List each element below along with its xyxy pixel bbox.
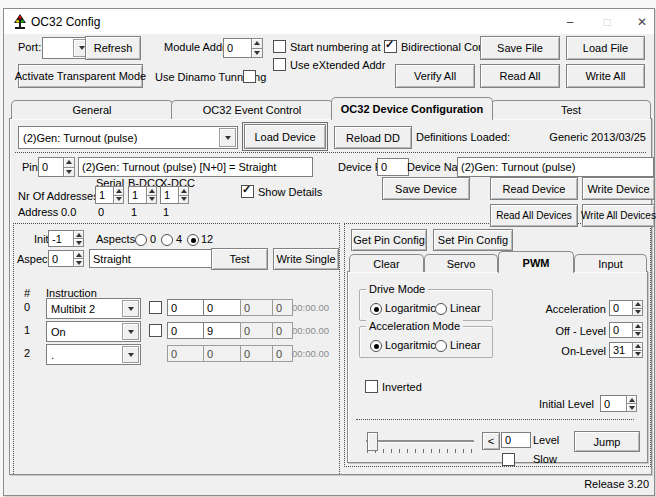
tab-test[interactable]: Test (491, 100, 651, 119)
level-back-button[interactable]: < (482, 432, 500, 450)
accel-logaritmic-label: Logaritmic (385, 339, 436, 351)
pin-label: Pin (22, 161, 38, 173)
spinner-down-icon[interactable] (73, 258, 84, 267)
get-pin-config-button[interactable]: Get Pin Config (351, 229, 427, 251)
write-all-devices-button[interactable]: Write All Devices (582, 204, 655, 227)
initial-level-stepper[interactable] (626, 395, 637, 412)
aspects-12-radio[interactable] (187, 234, 199, 246)
instruction-param2[interactable]: 9 (203, 322, 241, 339)
refresh-button[interactable]: Refresh (85, 36, 141, 60)
activate-transparent-button[interactable]: Activate Transparent Mode (18, 64, 143, 88)
save-device-button[interactable]: Save Device (382, 177, 470, 200)
show-details-checkbox[interactable]: ✓ (241, 185, 254, 198)
load-device-button[interactable]: Load Device (244, 124, 326, 149)
instruction-row-num: 2 (24, 347, 30, 359)
pin-field[interactable]: 0 (38, 157, 66, 177)
instruction-select[interactable]: . (46, 344, 141, 365)
write-single-button[interactable]: Write Single (273, 248, 339, 270)
level-slider-track[interactable] (366, 440, 474, 442)
accel-linear-radio[interactable] (435, 340, 447, 352)
write-device-button[interactable]: Write Device (582, 177, 655, 200)
instruction-checkbox[interactable] (149, 324, 162, 337)
serial-count-stepper[interactable] (113, 186, 124, 204)
dropdown-arrow-icon[interactable] (122, 300, 139, 317)
acceleration-stepper[interactable] (632, 300, 643, 316)
instruction-param1[interactable]: 0 (167, 299, 205, 316)
aspect-name-field[interactable]: Straight (89, 249, 217, 268)
level-field[interactable]: 0 (501, 432, 531, 448)
init-stepper[interactable] (73, 230, 84, 247)
test-button[interactable]: Test (211, 248, 268, 270)
instruction-checkbox[interactable] (149, 301, 162, 314)
start-numbering-checkbox[interactable] (273, 40, 286, 53)
initial-level-field[interactable]: 0 (600, 395, 629, 412)
device-pin-field[interactable]: 0 (377, 158, 409, 176)
aspect-field[interactable]: 0 (48, 250, 76, 267)
maximize-button[interactable]: □ (592, 12, 622, 31)
off-level-stepper[interactable] (632, 322, 643, 338)
aspect-stepper[interactable] (73, 250, 84, 267)
minimize-button[interactable]: – (555, 12, 585, 31)
module-address-stepper[interactable] (251, 38, 263, 58)
level-slider-handle[interactable] (367, 432, 378, 451)
read-all-button[interactable]: Read All (480, 64, 560, 88)
use-extended-checkbox[interactable] (273, 58, 286, 71)
drive-linear-radio[interactable] (435, 303, 447, 315)
spinner-down-icon[interactable] (251, 48, 263, 59)
spinner-down-icon[interactable] (146, 195, 157, 205)
read-device-button[interactable]: Read Device (490, 177, 578, 200)
spinner-down-icon[interactable] (113, 195, 124, 205)
close-button[interactable]: ✕ (627, 12, 656, 31)
verify-all-button[interactable]: Verify All (395, 64, 475, 88)
tab-general[interactable]: General (11, 100, 173, 119)
tab-event-control[interactable]: OC32 Event Control (171, 100, 333, 119)
tab-clear[interactable]: Clear (349, 254, 424, 272)
pin-stepper[interactable] (63, 157, 75, 177)
set-pin-config-button[interactable]: Set Pin Config (433, 229, 513, 251)
instruction-param1[interactable]: 0 (167, 322, 205, 339)
init-field[interactable]: -1 (48, 230, 76, 247)
spinner-down-icon[interactable] (632, 308, 643, 317)
title-bar[interactable]: OC32 Config – □ ✕ (4, 9, 654, 34)
device-type-select[interactable]: (2)Gen: Turnout (pulse) (18, 126, 238, 149)
spinner-down-icon[interactable] (63, 167, 75, 178)
instruction-select[interactable]: Multibit 2 (46, 298, 141, 319)
accel-logaritmic-radio[interactable] (370, 340, 382, 352)
slow-checkbox[interactable] (502, 453, 515, 466)
dropdown-arrow-icon[interactable] (122, 346, 139, 363)
load-file-button[interactable]: Load File (566, 36, 645, 60)
instruction-param2[interactable]: 0 (203, 299, 241, 316)
xdcc-count-stepper[interactable] (178, 186, 189, 204)
read-all-devices-button[interactable]: Read All Devices (490, 204, 578, 227)
drive-logaritmic-radio[interactable] (370, 303, 382, 315)
window-title: OC32 Config (31, 15, 100, 29)
on-level-stepper[interactable] (632, 342, 643, 358)
spinner-down-icon[interactable] (632, 330, 643, 339)
aspects-4-radio[interactable] (161, 234, 173, 246)
spinner-down-icon[interactable] (178, 195, 189, 205)
write-all-button[interactable]: Write All (566, 64, 645, 88)
dropdown-arrow-icon[interactable] (122, 323, 139, 340)
save-file-button[interactable]: Save File (480, 36, 560, 60)
reload-dd-button[interactable]: Reload DD (334, 126, 412, 149)
instruction-row-num: 0 (24, 301, 30, 313)
bdcc-count-stepper[interactable] (146, 186, 157, 204)
tab-pwm[interactable]: PWM (498, 251, 574, 273)
device-name-field[interactable]: (2)Gen: Turnout (pulse) (457, 157, 654, 177)
spinner-down-icon[interactable] (73, 238, 84, 247)
tab-servo[interactable]: Servo (424, 254, 498, 272)
module-address-field[interactable]: 0 (223, 38, 253, 58)
spinner-down-icon[interactable] (632, 350, 643, 359)
dropdown-arrow-icon[interactable] (219, 128, 236, 147)
jump-button[interactable]: Jump (574, 431, 640, 452)
tab-device-configuration[interactable]: OC32 Device Configuration (331, 97, 493, 120)
tab-input[interactable]: Input (574, 254, 647, 272)
use-extended-label: Use eXtended Addr (290, 59, 385, 71)
aspects-0-radio[interactable] (135, 234, 147, 246)
bidirectional-checkbox[interactable]: ✓ (384, 40, 397, 53)
instruction-select[interactable]: On (46, 321, 141, 342)
pin-description-field[interactable]: (2)Gen: Turnout (pulse) [N+0] = Straight (78, 157, 313, 177)
spinner-down-icon[interactable] (626, 403, 637, 412)
inverted-checkbox[interactable] (365, 380, 378, 393)
use-dinamo-checkbox[interactable] (243, 70, 256, 83)
